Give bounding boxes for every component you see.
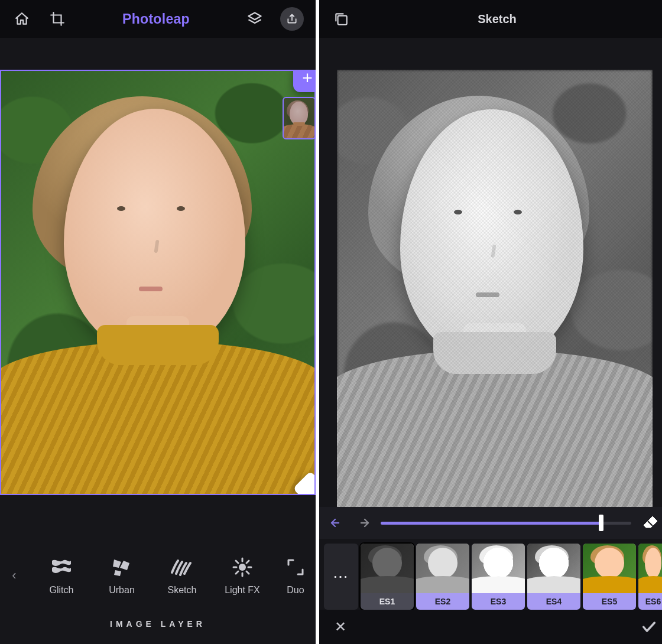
layers-icon[interactable] — [245, 9, 265, 29]
undo-button[interactable] — [329, 515, 345, 531]
effect-label: Glitch — [50, 585, 74, 596]
right-topbar: Sketch — [319, 0, 662, 38]
right-panel: Sketch — [319, 0, 662, 644]
confirm-button[interactable] — [638, 616, 660, 638]
preset-es2[interactable]: ES2 — [416, 544, 469, 610]
effect-sketch[interactable]: Sketch — [161, 555, 203, 596]
effect-lightfx[interactable]: Light FX — [221, 555, 264, 596]
effect-glitch[interactable]: Glitch — [40, 555, 83, 596]
preset-strip: ⋯ ES1ES2ES3ES4ES5ES6 — [319, 539, 662, 610]
slider-fill — [381, 522, 601, 525]
preset-label: ES6 — [638, 593, 662, 610]
intensity-bar — [319, 507, 662, 539]
preset-label: ES4 — [527, 593, 580, 610]
left-topbar: Photoleap — [0, 0, 316, 38]
effect-label: Light FX — [225, 585, 260, 596]
effect-duo[interactable]: Duo — [281, 555, 310, 596]
preset-label: ES1 — [361, 593, 414, 610]
effects-scroll-left[interactable]: ‹ — [6, 568, 22, 583]
cancel-button[interactable]: ✕ — [330, 616, 351, 638]
preset-es3[interactable]: ES3 — [472, 544, 525, 610]
add-layer-button[interactable]: + — [293, 70, 316, 92]
preset-thumb — [638, 544, 662, 593]
right-footer: ✕ — [319, 610, 662, 644]
preset-thumb — [472, 544, 525, 593]
right-canvas-area — [319, 54, 662, 507]
preset-label: ES5 — [583, 593, 636, 610]
preset-thumb — [527, 544, 580, 593]
svg-rect-1 — [338, 16, 347, 25]
screen-title: Sketch — [478, 12, 517, 26]
share-button[interactable] — [280, 7, 304, 31]
preset-more-button[interactable]: ⋯ — [324, 544, 358, 610]
preset-label: ES3 — [472, 593, 525, 610]
preview-canvas[interactable] — [337, 70, 653, 507]
left-panel: Photoleap + — [0, 0, 319, 644]
preset-thumb — [583, 544, 636, 593]
preset-es6[interactable]: ES6 — [638, 544, 662, 610]
redo-button[interactable] — [355, 515, 371, 531]
main-canvas[interactable]: + — [0, 70, 316, 495]
effect-urban[interactable]: Urban — [100, 555, 143, 596]
effect-label: Urban — [109, 585, 135, 596]
slider-thumb[interactable] — [599, 515, 603, 531]
left-canvas-area: + — [0, 54, 316, 540]
crop-icon[interactable] — [47, 9, 67, 29]
home-icon[interactable] — [12, 9, 32, 29]
glitch-icon — [50, 555, 73, 579]
collection-icon[interactable] — [331, 9, 351, 29]
effects-row: ‹ Glitch Urban Sketch — [0, 540, 316, 606]
eraser-icon[interactable] — [641, 513, 661, 533]
app-title: Photoleap — [122, 11, 190, 27]
urban-icon — [110, 555, 134, 579]
effect-label: Sketch — [168, 585, 197, 596]
preset-thumb — [416, 544, 469, 593]
preset-thumb — [361, 544, 414, 593]
intensity-slider[interactable] — [381, 515, 631, 531]
svg-point-0 — [239, 564, 246, 571]
left-bottom: ‹ Glitch Urban Sketch — [0, 540, 316, 644]
layer-thumbnail[interactable] — [283, 97, 316, 139]
sketch-icon — [170, 555, 194, 579]
preset-label: ES2 — [416, 593, 469, 610]
duo-icon — [284, 555, 307, 579]
effect-label: Duo — [287, 585, 304, 596]
lightfx-icon — [231, 555, 254, 579]
image-layer-label: IMAGE LAYER — [0, 606, 316, 644]
preset-es5[interactable]: ES5 — [583, 544, 636, 610]
preset-es1[interactable]: ES1 — [361, 544, 414, 610]
preset-es4[interactable]: ES4 — [527, 544, 580, 610]
